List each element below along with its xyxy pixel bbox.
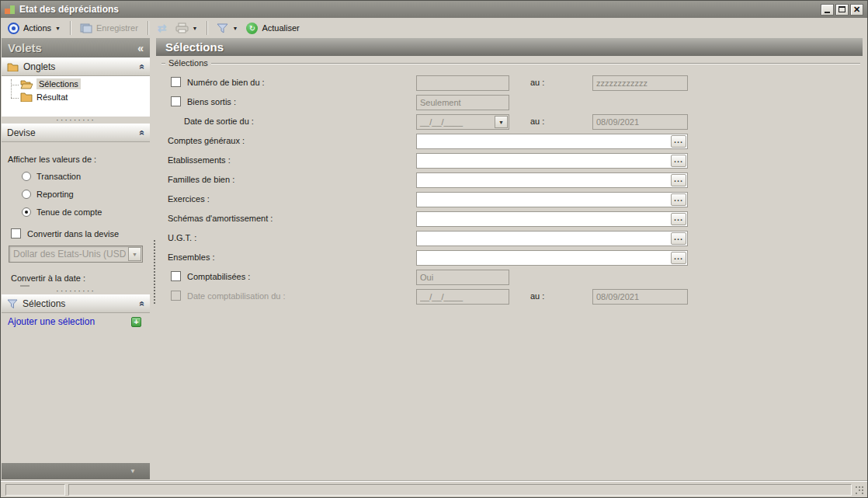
date-comptabilisation-checkbox[interactable] <box>171 291 181 301</box>
save-button[interactable]: Enregistrer <box>78 21 141 35</box>
comptes-generaux-input[interactable] <box>417 135 687 149</box>
exercices-input[interactable] <box>417 193 687 207</box>
actualiser-button[interactable]: ↻ Actualiser <box>244 21 301 36</box>
familles-bien-input[interactable] <box>417 174 687 188</box>
add-selection-button[interactable]: + <box>131 317 141 327</box>
schemas-amortissement-input[interactable] <box>417 213 687 227</box>
resize-grip[interactable] <box>856 485 865 494</box>
tree-item-resultat[interactable]: Résultat <box>20 92 68 102</box>
collapse-section-icon[interactable]: » <box>137 131 148 136</box>
tree-item-selections[interactable]: Sélections <box>20 78 81 89</box>
collapse-sidebar-icon[interactable]: « <box>137 42 144 54</box>
schemas-amortissement-field: ... <box>416 211 688 227</box>
checkbox-icon <box>11 228 21 239</box>
comptabilisees-checkbox[interactable] <box>171 271 181 281</box>
section-header-selections[interactable]: Sélections » <box>2 294 150 313</box>
biens-sortis-input[interactable] <box>416 95 509 110</box>
field-label: Etablissements : <box>168 155 231 165</box>
numero-bien-checkbox[interactable] <box>171 77 181 87</box>
au-label: au : <box>530 78 544 87</box>
currency-dropdown-button[interactable]: ▼ <box>128 247 141 261</box>
form-row-date-comptabilisation: Date comptabilisation du : au : <box>161 287 863 307</box>
ugt-browse-button[interactable]: ... <box>671 232 686 245</box>
minimize-button[interactable] <box>821 4 834 16</box>
save-label: Enregistrer <box>96 23 138 33</box>
radio-label: Reporting <box>36 190 74 199</box>
minimize-icon <box>825 12 830 13</box>
etablissements-browse-button[interactable]: ... <box>671 155 686 167</box>
etablissements-input[interactable] <box>417 155 687 169</box>
horizontal-splitter[interactable]: ········· <box>2 288 150 294</box>
title-bar: Etat des dépréciations ✕ <box>1 1 867 18</box>
radio-transaction[interactable]: Transaction <box>22 172 81 181</box>
exercices-browse-button[interactable]: ... <box>671 193 686 206</box>
numero-bien-to-input[interactable] <box>592 75 688 91</box>
form-row-ugt: U.G.T. : ... <box>161 229 863 249</box>
field-label: Comptabilisées : <box>187 272 250 281</box>
actualiser-label: Actualiser <box>262 23 299 33</box>
convert-currency-checkbox[interactable]: Convertir dans la devise <box>11 228 119 239</box>
print-button[interactable]: ▼ <box>173 21 200 35</box>
date-comptabilisation-to-input[interactable] <box>592 289 688 305</box>
selections-form: Numéro de bien du : au : Biens sortis : … <box>161 74 863 307</box>
app-window: Etat des dépréciations ✕ Actions ▼ Enreg… <box>0 0 868 498</box>
filter-button[interactable]: ▼ <box>214 22 240 35</box>
window-title: Etat des dépréciations <box>19 4 119 15</box>
date-sortie-combo[interactable]: __/__/____ ▼ <box>416 114 509 130</box>
tree-connector <box>11 98 19 99</box>
form-row-etablissements: Etablissements : ... <box>161 151 863 171</box>
sync-button[interactable]: ⇄ <box>155 20 169 36</box>
ugt-input[interactable] <box>417 232 687 246</box>
sidebar-volets: Volets « Onglets » Sélections <box>2 38 150 481</box>
collapse-section-icon[interactable]: » <box>137 301 148 307</box>
form-row-schemas-amortissement: Schémas d'amortissement : ... <box>161 210 863 229</box>
section-header-onglets[interactable]: Onglets » <box>2 57 150 76</box>
comptes-generaux-field: ... <box>416 134 688 149</box>
radio-label: Transaction <box>36 172 81 181</box>
chevron-down-icon: ▼ <box>130 468 136 475</box>
add-selection-link[interactable]: Ajouter une sélection <box>8 316 95 327</box>
radio-reporting[interactable]: Reporting <box>22 190 74 199</box>
section-header-devise[interactable]: Devise » <box>2 124 150 142</box>
print-dropdown-icon: ▼ <box>193 26 198 31</box>
ensembles-browse-button[interactable]: ... <box>671 252 686 264</box>
groupbox-border <box>161 63 860 64</box>
radio-tenue-de-compte[interactable]: Tenue de compte <box>22 207 102 217</box>
field-label: Ensembles : <box>168 252 215 262</box>
form-row-date-sortie: Date de sortie du : __/__/____ ▼ au : <box>161 113 863 132</box>
numero-bien-from-input[interactable] <box>416 75 509 91</box>
field-label: Familles de bien : <box>168 175 234 184</box>
form-row-comptabilisees: Comptabilisées : <box>161 268 863 287</box>
section-label-devise: Devise <box>7 127 36 138</box>
schemas-amortissement-browse-button[interactable]: ... <box>671 213 686 225</box>
field-label: U.G.T. : <box>168 233 196 242</box>
maximize-button[interactable] <box>835 4 849 16</box>
close-icon: ✕ <box>853 5 860 15</box>
convert-date-label: Convertir à la date : <box>11 273 85 283</box>
sidebar-header: Volets « <box>2 38 150 57</box>
app-icon <box>5 5 15 15</box>
horizontal-splitter[interactable]: ········· <box>2 117 150 124</box>
actions-button[interactable]: Actions ▼ <box>5 21 63 36</box>
exercices-field: ... <box>416 192 688 207</box>
date-sortie-to-input[interactable] <box>592 114 688 130</box>
comptes-generaux-browse-button[interactable]: ... <box>671 135 686 148</box>
sidebar-footer-bar[interactable]: ▼ <box>2 463 150 479</box>
field-label: Date comptabilisation du : <box>187 291 286 301</box>
date-comptabilisation-from-input[interactable] <box>416 289 509 305</box>
collapse-section-icon[interactable]: » <box>137 64 148 70</box>
checkbox-label: Convertir dans la devise <box>27 229 119 239</box>
comptabilisees-input[interactable] <box>416 270 509 285</box>
biens-sortis-checkbox[interactable] <box>171 96 181 106</box>
ensembles-input[interactable] <box>417 252 687 266</box>
toolbar-separator <box>70 21 71 35</box>
currency-select[interactable]: Dollar des Etats-Unis (USD) ▼ <box>9 246 143 263</box>
form-row-exercices: Exercices : ... <box>161 190 863 210</box>
open-folder-icon <box>20 79 33 89</box>
date-sortie-dropdown-button[interactable]: ▼ <box>495 116 508 128</box>
main-panel: Sélections Sélections Numéro de bien du … <box>156 38 863 481</box>
familles-bien-browse-button[interactable]: ... <box>671 174 686 186</box>
field-label: Exercices : <box>168 194 210 204</box>
sync-arrows-icon: ⇄ <box>158 22 167 34</box>
close-button[interactable]: ✕ <box>850 4 863 16</box>
